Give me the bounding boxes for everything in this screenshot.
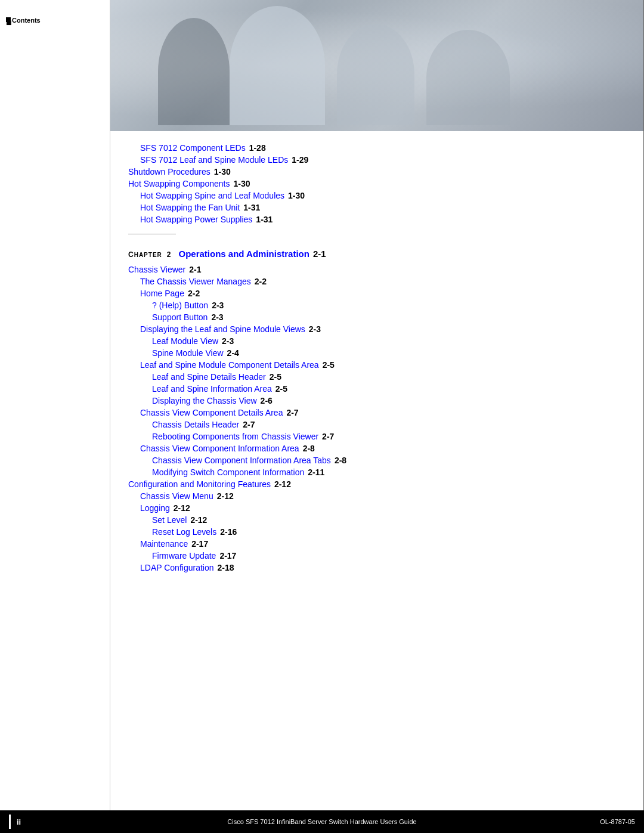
toc-entry-chassis-viewer-manages: The Chassis Viewer Manages 2-2 — [128, 277, 614, 286]
toc-entry-support-button: Support Button 2-3 — [128, 312, 614, 322]
toc-entry-chassis-details-header: Chassis Details Header 2-7 — [128, 420, 614, 429]
toc-link-sfs-component-leds[interactable]: SFS 7012 Component LEDs — [140, 143, 246, 153]
toc-page-support-button: 2-3 — [211, 312, 223, 322]
toc-link-chassis-viewer[interactable]: Chassis Viewer — [128, 265, 185, 274]
toc-entry-displaying-chassis-view: Displaying the Chassis View 2-6 — [128, 396, 614, 405]
toc-page-leaf-module-view: 2-3 — [222, 336, 234, 346]
toc-link-chassis-view-menu[interactable]: Chassis View Menu — [140, 491, 213, 501]
toc-entry-logging: Logging 2-12 — [128, 503, 614, 513]
toc-page-chassis-details-header: 2-7 — [243, 420, 255, 429]
chapter-label: CHAPTER — [128, 250, 162, 259]
toc-entry-hot-swapping-power: Hot Swapping Power Supplies 1-31 — [128, 215, 614, 224]
toc-link-set-level[interactable]: Set Level — [152, 515, 187, 525]
toc-entry-displaying-leaf-spine-views: Displaying the Leaf and Spine Module Vie… — [128, 324, 614, 334]
toc-entry-chassis-viewer: Chassis Viewer 2-1 — [128, 265, 614, 274]
footer-document-title: Cisco SFS 7012 InfiniBand Server Switch … — [227, 818, 416, 825]
toc-page-ldap-config: 2-18 — [217, 563, 234, 572]
person-silhouette-2 — [230, 6, 325, 125]
toc-link-chassis-viewer-manages[interactable]: The Chassis Viewer Manages — [140, 277, 251, 286]
pre-chapter-section: SFS 7012 Component LEDs 1-28 SFS 7012 Le… — [128, 143, 614, 224]
toc-entry-chassis-view-component-details: Chassis View Component Details Area 2-7 — [128, 408, 614, 417]
toc-entry-sfs-component-leds: SFS 7012 Component LEDs 1-28 — [128, 143, 614, 153]
person-silhouette-1 — [158, 18, 230, 125]
toc-page-shutdown-procedures: 1-30 — [214, 167, 231, 176]
toc-entry-ldap-config: LDAP Configuration 2-18 — [128, 563, 614, 572]
chapter-number: 2 — [167, 250, 172, 259]
toc-page-leaf-spine-details-header: 2-5 — [270, 372, 281, 382]
toc-link-support-button[interactable]: Support Button — [152, 312, 208, 322]
toc-page-rebooting-components: 2-7 — [322, 432, 334, 441]
toc-link-chassis-view-component-details[interactable]: Chassis View Component Details Area — [140, 408, 283, 417]
toc-link-displaying-leaf-spine-views[interactable]: Displaying the Leaf and Spine Module Vie… — [140, 324, 305, 334]
toc-page-hot-swapping-spine-leaf: 1-30 — [288, 191, 305, 200]
toc-entry-config-monitoring: Configuration and Monitoring Features 2-… — [128, 479, 614, 489]
toc-entry-hot-swapping-fan: Hot Swapping the Fan Unit 1-31 — [128, 203, 614, 212]
toc-entry-leaf-module-view: Leaf Module View 2-3 — [128, 336, 614, 346]
toc-link-home-page[interactable]: Home Page — [140, 289, 184, 298]
toc-link-chassis-details-header[interactable]: Chassis Details Header — [152, 420, 239, 429]
toc-page-sfs-leaf-spine-leds: 1-29 — [292, 155, 308, 165]
person-silhouette-3 — [337, 24, 414, 125]
toc-page-chassis-view-component-info-tabs: 2-8 — [335, 456, 346, 465]
toc-link-leaf-spine-info-area[interactable]: Leaf and Spine Information Area — [152, 384, 272, 394]
toc-page-leaf-spine-info-area: 2-5 — [275, 384, 287, 394]
toc-link-hot-swapping-components[interactable]: Hot Swapping Components — [128, 179, 230, 188]
toc-page-maintenance: 2-17 — [191, 539, 208, 549]
toc-page-chassis-view-menu: 2-12 — [217, 491, 234, 501]
toc-page-hot-swapping-fan: 1-31 — [243, 203, 260, 212]
toc-entry-chassis-view-component-info-tabs: Chassis View Component Information Area … — [128, 456, 614, 465]
toc-entry-sfs-leaf-spine-leds: SFS 7012 Leaf and Spine Module LEDs 1-29 — [128, 155, 614, 165]
toc-link-chassis-view-component-info-tabs[interactable]: Chassis View Component Information Area … — [152, 456, 331, 465]
toc-entry-help-button: ? (Help) Button 2-3 — [128, 301, 614, 310]
toc-entry-leaf-spine-details-header: Leaf and Spine Details Header 2-5 — [128, 372, 614, 382]
toc-link-leaf-spine-details-header[interactable]: Leaf and Spine Details Header — [152, 372, 266, 382]
toc-link-reset-log-levels[interactable]: Reset Log Levels — [152, 527, 216, 537]
main-content: SFS 7012 Component LEDs 1-28 SFS 7012 Le… — [110, 137, 632, 582]
toc-link-firmware-update[interactable]: Firmware Update — [152, 551, 216, 561]
toc-link-hot-swapping-fan[interactable]: Hot Swapping the Fan Unit — [140, 203, 240, 212]
toc-entry-shutdown-procedures: Shutdown Procedures 1-30 — [128, 167, 614, 176]
toc-link-chassis-view-component-info[interactable]: Chassis View Component Information Area — [140, 444, 299, 453]
toc-link-shutdown-procedures[interactable]: Shutdown Procedures — [128, 167, 210, 176]
toc-link-leaf-module-view[interactable]: Leaf Module View — [152, 336, 218, 346]
toc-link-displaying-chassis-view[interactable]: Displaying the Chassis View — [152, 396, 257, 405]
toc-entry-modifying-switch-info: Modifying Switch Component Information 2… — [128, 467, 614, 477]
footer-left: ii — [9, 815, 21, 829]
toc-link-ldap-config[interactable]: LDAP Configuration — [140, 563, 213, 572]
header-image — [110, 0, 644, 131]
toc-link-config-monitoring[interactable]: Configuration and Monitoring Features — [128, 479, 271, 489]
toc-link-rebooting-components[interactable]: Rebooting Components from Chassis Viewer — [152, 432, 318, 441]
toc-link-sfs-leaf-spine-leds[interactable]: SFS 7012 Leaf and Spine Module LEDs — [140, 155, 288, 165]
toc-link-modifying-switch-info[interactable]: Modifying Switch Component Information — [152, 467, 304, 477]
chapter-divider — [128, 234, 176, 234]
toc-page-chassis-view-component-info: 2-8 — [303, 444, 315, 453]
toc-link-spine-module-view[interactable]: Spine Module View — [152, 348, 224, 358]
toc-link-maintenance[interactable]: Maintenance — [140, 539, 188, 549]
toc-entry-leaf-spine-info-area: Leaf and Spine Information Area 2-5 — [128, 384, 614, 394]
toc-entry-hot-swapping-components: Hot Swapping Components 1-30 — [128, 179, 614, 188]
toc-page-config-monitoring: 2-12 — [274, 479, 291, 489]
person-silhouette-4 — [426, 30, 510, 125]
sidebar: ■ Contents — [0, 0, 110, 833]
toc-page-firmware-update: 2-17 — [219, 551, 236, 561]
toc-link-hot-swapping-spine-leaf[interactable]: Hot Swapping Spine and Leaf Modules — [140, 191, 284, 200]
toc-entry-maintenance: Maintenance 2-17 — [128, 539, 614, 549]
toc-page-modifying-switch-info: 2-11 — [308, 467, 324, 477]
toc-entry-spine-module-view: Spine Module View 2-4 — [128, 348, 614, 358]
toc-page-help-button: 2-3 — [212, 301, 224, 310]
footer-page-number: ii — [17, 817, 21, 826]
toc-link-hot-swapping-power[interactable]: Hot Swapping Power Supplies — [140, 215, 252, 224]
sidebar-contents-label: Contents — [12, 17, 41, 24]
toc-page-logging: 2-12 — [174, 503, 190, 513]
header-overlay — [110, 0, 644, 131]
sidebar-bullet: ■ — [6, 17, 11, 22]
toc-entry-rebooting-components: Rebooting Components from Chassis Viewer… — [128, 432, 614, 441]
toc-link-help-button[interactable]: ? (Help) Button — [152, 301, 208, 310]
toc-entry-firmware-update: Firmware Update 2-17 — [128, 551, 614, 561]
toc-page-hot-swapping-components: 1-30 — [233, 179, 250, 188]
chapter-2-title-link[interactable]: Operations and Administration — [178, 249, 309, 259]
chapter-2-page: 2-1 — [313, 249, 326, 259]
toc-link-logging[interactable]: Logging — [140, 503, 170, 513]
toc-link-leaf-spine-module-details[interactable]: Leaf and Spine Module Component Details … — [140, 360, 319, 370]
toc-page-leaf-spine-module-details: 2-5 — [323, 360, 335, 370]
